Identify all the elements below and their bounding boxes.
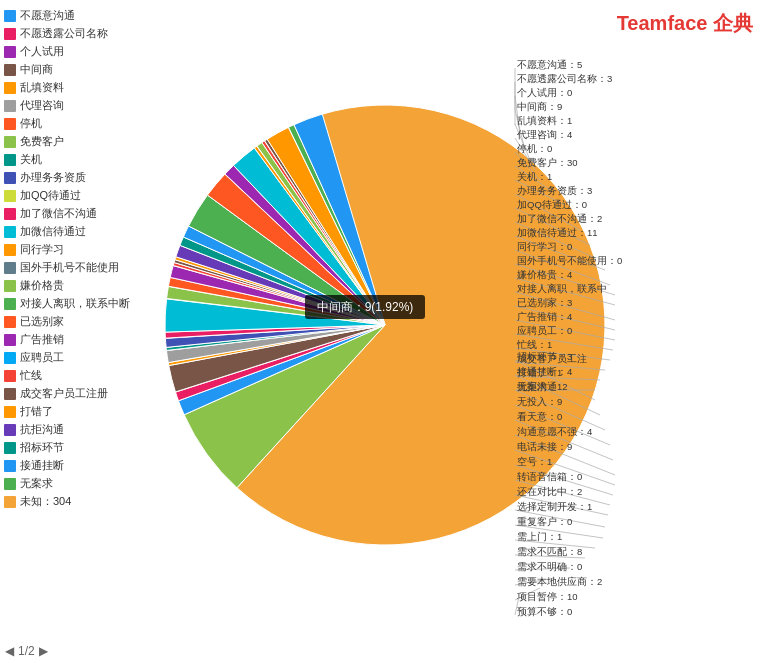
legend-item: 招标环节 <box>4 440 151 455</box>
svg-text:需求不匹配：8: 需求不匹配：8 <box>517 546 582 557</box>
legend-color <box>4 172 16 184</box>
legend-color <box>4 118 16 130</box>
legend-color <box>4 226 16 238</box>
legend-item: 同行学习 <box>4 242 151 257</box>
legend-color <box>4 208 16 220</box>
legend-label: 办理务务资质 <box>20 170 86 185</box>
legend-label: 中间商 <box>20 62 53 77</box>
legend-label: 广告推销 <box>20 332 64 347</box>
legend-label: 抗拒沟通 <box>20 422 64 437</box>
legend-label: 加了微信不沟通 <box>20 206 97 221</box>
svg-text:乱填资料：1: 乱填资料：1 <box>517 115 572 126</box>
svg-text:已选别家：3: 已选别家：3 <box>517 297 572 308</box>
svg-text:同行学习：0: 同行学习：0 <box>517 241 572 252</box>
legend-item: 代理咨询 <box>4 98 151 113</box>
legend-label: 无案求 <box>20 476 53 491</box>
svg-text:加微信待通过：11: 加微信待通过：11 <box>517 227 598 238</box>
svg-text:应聘员工：0: 应聘员工：0 <box>517 325 572 336</box>
page-number: 1/2 <box>18 644 35 658</box>
legend-color <box>4 424 16 436</box>
svg-text:招标环节：3: 招标环节：3 <box>516 351 572 362</box>
legend-color <box>4 352 16 364</box>
svg-text:需要本地供应商：2: 需要本地供应商：2 <box>517 576 602 587</box>
legend-item: 对接人离职，联系中断 <box>4 296 151 311</box>
legend-item: 广告推销 <box>4 332 151 347</box>
legend-label: 代理咨询 <box>20 98 64 113</box>
legend-color <box>4 244 16 256</box>
legend-item: 无案求 <box>4 476 151 491</box>
legend-item: 不愿透露公司名称 <box>4 26 151 41</box>
legend-label: 国外手机号不能使用 <box>20 260 119 275</box>
chart-area: Teamface 企典 中间商：9(1.92%)不愿意沟通：5不愿透露公司名称：… <box>155 0 763 663</box>
svg-text:重复客户：0: 重复客户：0 <box>517 516 572 527</box>
svg-text:代理咨询：4: 代理咨询：4 <box>516 129 572 140</box>
legend-color <box>4 496 16 508</box>
svg-text:项目暂停：10: 项目暂停：10 <box>517 591 578 602</box>
legend-label: 招标环节 <box>20 440 64 455</box>
legend-label: 不愿透露公司名称 <box>20 26 108 41</box>
legend-item: 嫌价格贵 <box>4 278 151 293</box>
legend-color <box>4 406 16 418</box>
legend-color <box>4 262 16 274</box>
legend-item: 乱填资料 <box>4 80 151 95</box>
svg-text:中间商：9: 中间商：9 <box>517 101 562 112</box>
legend-item: 加QQ待通过 <box>4 188 151 203</box>
legend-label: 加微信待通过 <box>20 224 86 239</box>
legend-item: 个人试用 <box>4 44 151 59</box>
legend-label: 忙线 <box>20 368 42 383</box>
svg-text:忙线：1: 忙线：1 <box>516 339 552 350</box>
legend-label: 加QQ待通过 <box>20 188 81 203</box>
legend-item: 中间商 <box>4 62 151 77</box>
brand-title: Teamface 企典 <box>617 10 753 37</box>
legend-label: 成交客户员工注册 <box>20 386 108 401</box>
svg-text:空号：1: 空号：1 <box>517 456 552 467</box>
prev-page[interactable]: ◀ <box>5 644 14 658</box>
pie-chart: 中间商：9(1.92%)不愿意沟通：5不愿透露公司名称：3个人试用：0中间商：9… <box>165 30 745 620</box>
legend-label: 已选别家 <box>20 314 64 329</box>
svg-text:加QQ待通过：0: 加QQ待通过：0 <box>517 199 587 210</box>
legend-item: 接通挂断 <box>4 458 151 473</box>
legend-color <box>4 334 16 346</box>
next-page[interactable]: ▶ <box>39 644 48 658</box>
svg-text:广告推销：4: 广告推销：4 <box>517 311 572 322</box>
svg-text:需求不明确：0: 需求不明确：0 <box>517 561 582 572</box>
legend-item: 办理务务资质 <box>4 170 151 185</box>
legend-color <box>4 82 16 94</box>
legend-color <box>4 190 16 202</box>
svg-text:选择定制开发：1: 选择定制开发：1 <box>517 501 592 512</box>
main-container: 不愿意沟通不愿透露公司名称个人试用中间商乱填资料代理咨询停机免费客户关机办理务务… <box>0 0 763 663</box>
svg-text:免费客户：30: 免费客户：30 <box>517 157 578 168</box>
svg-text:中间商：9(1.92%): 中间商：9(1.92%) <box>317 300 414 314</box>
legend-color <box>4 64 16 76</box>
legend: 不愿意沟通不愿透露公司名称个人试用中间商乱填资料代理咨询停机免费客户关机办理务务… <box>0 0 155 663</box>
legend-color <box>4 442 16 454</box>
legend-label: 停机 <box>20 116 42 131</box>
svg-text:国外手机号不能使用：0: 国外手机号不能使用：0 <box>517 255 622 266</box>
svg-text:不愿意沟通：5: 不愿意沟通：5 <box>517 59 582 70</box>
legend-item: 已选别家 <box>4 314 151 329</box>
legend-item: 不愿意沟通 <box>4 8 151 23</box>
legend-label: 同行学习 <box>20 242 64 257</box>
legend-item: 加了微信不沟通 <box>4 206 151 221</box>
svg-text:对接人离职，联系中: 对接人离职，联系中 <box>517 283 607 294</box>
legend-label: 应聘员工 <box>20 350 64 365</box>
svg-text:转语音信箱：0: 转语音信箱：0 <box>517 471 582 482</box>
legend-item: 应聘员工 <box>4 350 151 365</box>
legend-item: 加微信待通过 <box>4 224 151 239</box>
legend-item: 成交客户员工注册 <box>4 386 151 401</box>
legend-item: 停机 <box>4 116 151 131</box>
legend-color <box>4 10 16 22</box>
legend-color <box>4 136 16 148</box>
svg-text:沟通意愿不强：4: 沟通意愿不强：4 <box>517 426 592 437</box>
pagination: ◀ 1/2 ▶ <box>5 644 48 658</box>
legend-color <box>4 460 16 472</box>
legend-label: 对接人离职，联系中断 <box>20 296 130 311</box>
legend-label: 打错了 <box>20 404 53 419</box>
legend-item: 抗拒沟通 <box>4 422 151 437</box>
svg-text:个人试用：0: 个人试用：0 <box>517 87 572 98</box>
legend-label: 未知：304 <box>20 494 71 509</box>
legend-item: 打错了 <box>4 404 151 419</box>
svg-text:办理务务资质：3: 办理务务资质：3 <box>517 185 592 196</box>
legend-label: 不愿意沟通 <box>20 8 75 23</box>
legend-color <box>4 298 16 310</box>
